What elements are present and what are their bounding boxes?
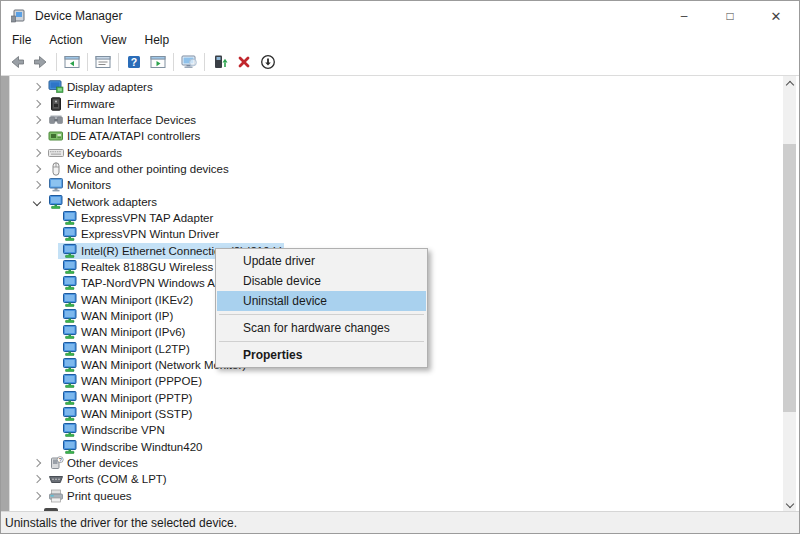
expand-chevron-icon[interactable] — [30, 150, 44, 156]
device-icon — [62, 325, 78, 339]
device-icon — [48, 195, 64, 209]
tree-row[interactable]: WAN Miniport (SSTP) — [10, 406, 783, 422]
back-icon — [8, 53, 26, 71]
tree-row[interactable]: IDE ATA/ATAPI controllers — [10, 128, 783, 144]
tree-row[interactable]: ExpressVPN Wintun Driver — [10, 226, 783, 242]
tree-row[interactable]: Keyboards — [10, 144, 783, 160]
device-icon — [48, 146, 64, 160]
expand-chevron-icon[interactable] — [30, 133, 44, 139]
expand-chevron-icon[interactable] — [30, 460, 44, 466]
tree-item-label: WAN Miniport (IKEv2) — [81, 293, 196, 307]
expand-chevron-icon[interactable] — [30, 493, 44, 499]
device-icon — [62, 374, 78, 388]
update-driver-button[interactable] — [208, 51, 232, 73]
tree-row[interactable]: Print queues — [10, 488, 783, 504]
menu-item-uninstall-device[interactable]: Uninstall device — [217, 291, 426, 311]
tree-row[interactable]: Display adapters — [10, 79, 783, 95]
tree-item-label: Firmware — [67, 97, 118, 111]
minimize-button[interactable]: – — [661, 1, 707, 31]
menu-file[interactable]: File — [3, 32, 40, 48]
show-console-tree-icon — [63, 53, 81, 71]
toolbar-separator — [204, 53, 205, 71]
device-icon — [48, 97, 64, 111]
tree-item-label: Network adapters — [67, 195, 160, 209]
tree-row[interactable]: Other devices — [10, 455, 783, 471]
device-icon — [48, 162, 64, 176]
status-text: Uninstalls the driver for the selected d… — [5, 516, 237, 530]
tree-item-label: Windscribe Windtun420 — [81, 440, 205, 454]
tree-row[interactable]: Windscribe Windtun420 — [10, 439, 783, 455]
device-icon — [62, 227, 78, 241]
tree-row[interactable]: WAN Miniport (PPTP) — [10, 390, 783, 406]
tree-item-label: Windscribe VPN — [81, 423, 168, 437]
window-title: Device Manager — [35, 9, 122, 23]
uninstall-device-button[interactable] — [232, 51, 256, 73]
expand-chevron-icon[interactable] — [30, 84, 44, 90]
tree-row[interactable]: Ports (COM & LPT) — [10, 471, 783, 487]
tree-row[interactable]: Windscribe VPN — [10, 422, 783, 438]
expand-chevron-icon[interactable] — [30, 476, 44, 482]
device-icon — [48, 113, 64, 127]
disable-device-button[interactable] — [256, 51, 280, 73]
tree-item-label: WAN Miniport (IP) — [81, 309, 176, 323]
menu-item-disable-device[interactable]: Disable device — [217, 271, 426, 291]
tree-item-label: ExpressVPN TAP Adapter — [81, 211, 216, 225]
context-menu: Update driverDisable deviceUninstall dev… — [215, 248, 428, 368]
device-manager-window: Device Manager – □ ✕ FileActionViewHelp — [0, 0, 800, 534]
help-button[interactable]: ? — [122, 51, 146, 73]
device-icon — [62, 211, 78, 225]
menu-help[interactable]: Help — [136, 32, 179, 48]
tree-item-label: Ports (COM & LPT) — [67, 472, 170, 486]
forward-button[interactable] — [29, 51, 53, 73]
menu-item-scan-for-hardware-changes[interactable]: Scan for hardware changes — [217, 318, 426, 338]
expand-chevron-icon[interactable] — [30, 199, 44, 205]
tree-row[interactable]: Network adapters — [10, 193, 783, 209]
tree-item-label: Display adapters — [67, 80, 156, 94]
tree-item-label: WAN Miniport (PPPOE) — [81, 374, 205, 388]
device-icon — [48, 456, 64, 470]
device-icon — [62, 260, 78, 274]
properties-pane-icon — [94, 53, 112, 71]
tree-row[interactable]: Firmware — [10, 95, 783, 111]
expand-chevron-icon[interactable] — [30, 117, 44, 123]
tree-item-label: Monitors — [67, 178, 114, 192]
menu-action[interactable]: Action — [40, 32, 91, 48]
tree-item-label: WAN Miniport (IPv6) — [81, 325, 188, 339]
scroll-up-button[interactable] — [783, 76, 796, 91]
expand-chevron-icon[interactable] — [30, 166, 44, 172]
maximize-button[interactable]: □ — [707, 1, 753, 31]
menu-separator — [219, 314, 424, 315]
scan-hardware-icon — [180, 53, 199, 71]
tree-row[interactable]: Monitors — [10, 177, 783, 193]
tree-row[interactable]: Mice and other pointing devices — [10, 161, 783, 177]
tree-row[interactable]: ExpressVPN TAP Adapter — [10, 210, 783, 226]
tree-item-label: WAN Miniport (L2TP) — [81, 342, 193, 356]
menu-view[interactable]: View — [92, 32, 136, 48]
scan-hardware-button[interactable] — [177, 51, 201, 73]
back-button[interactable] — [5, 51, 29, 73]
device-icon — [62, 407, 78, 421]
title-bar: Device Manager – □ ✕ — [1, 1, 799, 31]
show-action-pane-icon — [149, 53, 167, 71]
menu-item-properties[interactable]: Properties — [217, 345, 426, 365]
tree-item-label: WAN Miniport (PPTP) — [81, 391, 195, 405]
show-action-pane-button[interactable] — [146, 51, 170, 73]
tree-item-label: Human Interface Devices — [67, 113, 199, 127]
tree-item-label: Print queues — [67, 489, 135, 503]
toolbar-separator — [87, 53, 88, 71]
vertical-scrollbar[interactable] — [783, 76, 796, 513]
expand-chevron-icon[interactable] — [30, 101, 44, 107]
close-button[interactable]: ✕ — [753, 1, 799, 31]
show-console-tree-button[interactable] — [60, 51, 84, 73]
device-icon — [62, 276, 78, 290]
tree-row[interactable]: WAN Miniport (PPPOE) — [10, 373, 783, 389]
device-icon — [48, 489, 64, 503]
device-icon — [48, 129, 64, 143]
scrollbar-thumb[interactable] — [783, 144, 796, 412]
menu-item-update-driver[interactable]: Update driver — [217, 251, 426, 271]
tree-row[interactable]: Human Interface Devices — [10, 112, 783, 128]
properties-pane-button[interactable] — [91, 51, 115, 73]
help-icon: ? — [125, 53, 143, 71]
expand-chevron-icon[interactable] — [30, 182, 44, 188]
device-icon — [48, 178, 64, 192]
